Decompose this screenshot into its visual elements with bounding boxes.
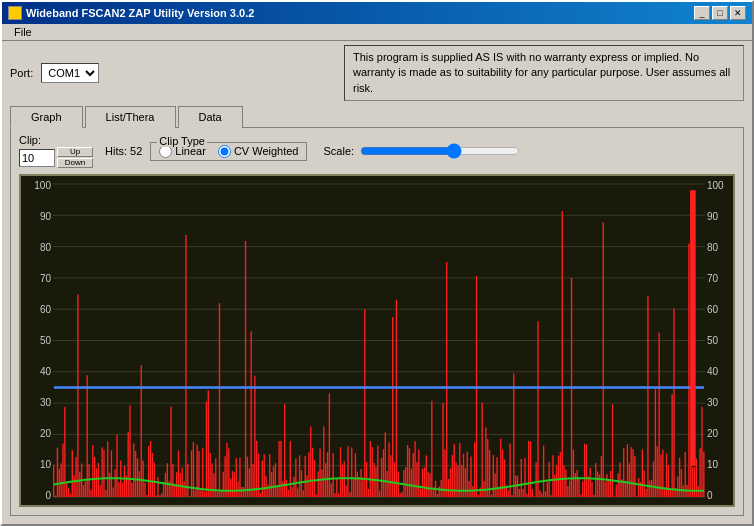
up-button[interactable]: Up	[57, 147, 93, 157]
controls-row: Clip: Up Down Hits: 52 Clip Type Lin	[15, 132, 739, 170]
info-text: This program is supplied AS IS with no w…	[353, 51, 730, 94]
title-bar-controls: _ □ ✕	[694, 6, 746, 20]
tab-list-thera[interactable]: List/Thera	[85, 106, 176, 128]
clip-label: Clip:	[19, 134, 41, 146]
graph-canvas	[21, 176, 733, 505]
scale-slider[interactable]	[360, 143, 520, 159]
graph-area: 100 90 80 70 60 50 40 30 20 10 0 100 90 …	[19, 174, 735, 507]
clip-input[interactable]	[19, 149, 55, 167]
app-icon	[8, 6, 22, 20]
port-select[interactable]: COM1 COM2 COM3 COM4	[41, 63, 99, 83]
menubar: File	[2, 24, 752, 41]
clip-section: Clip: Up Down	[19, 134, 93, 168]
tab-graph[interactable]: Graph	[10, 106, 83, 128]
menu-file[interactable]: File	[6, 24, 40, 40]
clip-type-legend: Clip Type	[157, 135, 207, 147]
title-bar-text: Wideband FSCAN2 ZAP Utility Version 3.0.…	[8, 6, 254, 20]
toolbar: Port: COM1 COM2 COM3 COM4 This program i…	[2, 41, 752, 105]
maximize-button[interactable]: □	[712, 6, 728, 20]
tab-content: Clip: Up Down Hits: 52 Clip Type Lin	[10, 127, 744, 516]
scale-section: Scale:	[323, 143, 520, 159]
window-title: Wideband FSCAN2 ZAP Utility Version 3.0.…	[26, 7, 254, 19]
updown-buttons: Up Down	[57, 147, 93, 168]
main-window: Wideband FSCAN2 ZAP Utility Version 3.0.…	[0, 0, 754, 526]
minimize-button[interactable]: _	[694, 6, 710, 20]
tab-bar: Graph List/Thera Data	[2, 105, 752, 127]
radio-cv-weighted[interactable]: CV Weighted	[218, 145, 299, 158]
radio-cv-weighted-input[interactable]	[218, 145, 231, 158]
close-button[interactable]: ✕	[730, 6, 746, 20]
info-box: This program is supplied AS IS with no w…	[344, 45, 744, 101]
clip-type-group: Clip Type Linear CV Weighted	[150, 142, 307, 161]
hits-label: Hits: 52	[105, 145, 142, 157]
tab-data[interactable]: Data	[178, 106, 243, 128]
title-bar: Wideband FSCAN2 ZAP Utility Version 3.0.…	[2, 2, 752, 24]
scale-label: Scale:	[323, 145, 354, 157]
port-label: Port:	[10, 67, 33, 79]
down-button[interactable]: Down	[57, 158, 93, 168]
